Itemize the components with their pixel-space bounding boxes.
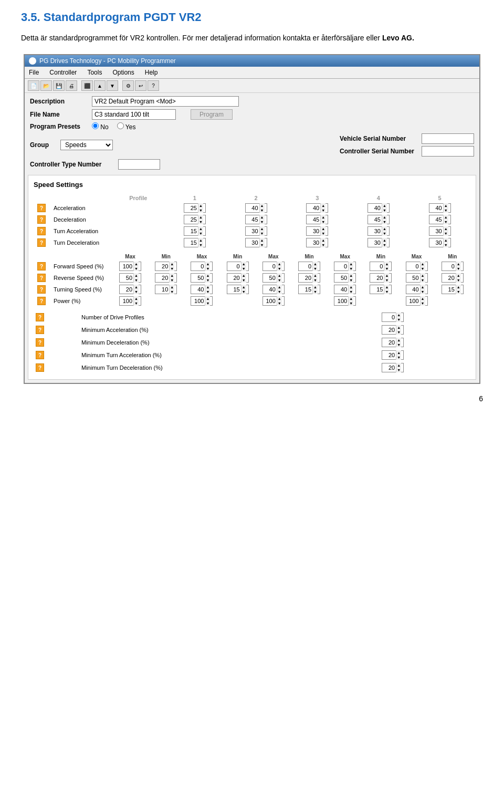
spinner-buttons[interactable]: ▲ ▼ — [443, 203, 448, 213]
spinner-up[interactable]: ▲ — [198, 226, 203, 231]
spinner[interactable]: ▲ ▼ — [429, 238, 451, 247]
spinner-down[interactable]: ▼ — [421, 289, 425, 294]
spinner-input[interactable] — [227, 263, 241, 269]
spinner-buttons[interactable]: ▲ ▼ — [348, 285, 353, 294]
spinner-buttons[interactable]: ▲ ▼ — [420, 273, 425, 283]
spinner-down[interactable]: ▼ — [242, 278, 246, 283]
spinner[interactable]: ▲ ▼ — [245, 226, 267, 236]
spinner[interactable]: ▲ ▼ — [262, 262, 285, 271]
spinner[interactable]: ▲ ▼ — [262, 296, 285, 306]
spinner[interactable]: ▲ ▼ — [306, 226, 328, 236]
spinner-up[interactable]: ▲ — [170, 273, 174, 278]
spinner-up[interactable]: ▲ — [456, 285, 461, 289]
help-btn[interactable]: ? — [37, 274, 46, 282]
spinner-down[interactable]: ▼ — [205, 266, 210, 271]
spinner-down[interactable]: ▼ — [134, 289, 139, 294]
spinner[interactable]: ▲ ▼ — [368, 215, 390, 224]
spinner-input[interactable] — [191, 286, 205, 293]
spinner-down[interactable]: ▼ — [198, 220, 203, 224]
spinner-up[interactable]: ▲ — [242, 262, 246, 266]
spinner-input[interactable] — [307, 216, 320, 223]
spinner-up[interactable]: ▲ — [321, 226, 326, 231]
spinner-input[interactable] — [184, 216, 198, 223]
spinner[interactable]: ▲ ▼ — [406, 296, 428, 306]
spinner[interactable]: ▲ ▼ — [442, 273, 464, 283]
spinner[interactable]: ▲ ▼ — [227, 285, 249, 294]
spinner-buttons[interactable]: ▲ ▼ — [384, 273, 389, 283]
spinner-buttons[interactable]: ▲ ▼ — [259, 226, 265, 236]
spinner-input[interactable] — [246, 216, 259, 223]
spinner-buttons[interactable]: ▲ ▼ — [443, 215, 448, 224]
spinner-down[interactable]: ▼ — [396, 317, 401, 322]
spinner[interactable]: ▲ ▼ — [382, 313, 404, 322]
controller-serial-input[interactable] — [422, 146, 474, 157]
spinner[interactable]: ▲ ▼ — [382, 350, 404, 360]
toolbar-btn-5[interactable]: ⬛ — [81, 80, 93, 91]
spinner-input[interactable] — [184, 240, 198, 246]
spinner-buttons[interactable]: ▲ ▼ — [456, 285, 461, 294]
spinner-up[interactable]: ▲ — [421, 273, 425, 278]
spinner-down[interactable]: ▼ — [349, 301, 353, 306]
spinner[interactable]: ▲ ▼ — [406, 285, 428, 294]
spinner-input[interactable] — [370, 275, 384, 281]
spinner-input[interactable] — [263, 275, 277, 281]
spinner-input[interactable] — [382, 339, 396, 346]
spinner-up[interactable]: ▲ — [421, 262, 425, 266]
spinner-down[interactable]: ▼ — [321, 243, 326, 247]
toolbar-btn-3[interactable]: 💾 — [53, 80, 65, 91]
spinner[interactable]: ▲ ▼ — [184, 226, 206, 236]
toolbar-btn-9[interactable]: ↩ — [135, 80, 146, 91]
spinner-buttons[interactable]: ▲ ▼ — [205, 285, 210, 294]
spinner-input[interactable] — [263, 263, 277, 269]
spinner-buttons[interactable]: ▲ ▼ — [205, 273, 210, 283]
spinner[interactable]: ▲ ▼ — [370, 285, 392, 294]
spinner-down[interactable]: ▼ — [313, 266, 318, 271]
spinner[interactable]: ▲ ▼ — [119, 285, 141, 294]
spinner[interactable]: ▲ ▼ — [191, 273, 213, 283]
spinner[interactable]: ▲ ▼ — [370, 273, 392, 283]
spinner-input[interactable] — [155, 275, 169, 281]
spinner-up[interactable]: ▲ — [349, 296, 353, 301]
spinner-buttons[interactable]: ▲ ▼ — [456, 262, 461, 271]
presets-yes-radio[interactable] — [117, 122, 124, 129]
spinner-up[interactable]: ▲ — [205, 273, 210, 278]
spinner-up[interactable]: ▲ — [349, 273, 353, 278]
spinner-up[interactable]: ▲ — [198, 215, 203, 220]
spinner[interactable]: ▲ ▼ — [262, 285, 285, 294]
spinner-up[interactable]: ▲ — [134, 273, 139, 278]
spinner[interactable]: ▲ ▼ — [306, 203, 328, 213]
spinner-down[interactable]: ▼ — [277, 301, 282, 306]
controller-type-input[interactable] — [118, 159, 160, 170]
help-btn[interactable]: ? — [37, 285, 46, 294]
spinner-input[interactable] — [307, 228, 320, 234]
help-btn[interactable]: ? — [37, 215, 46, 224]
spinner[interactable]: ▲ ▼ — [119, 273, 141, 283]
spinner-input[interactable] — [227, 286, 241, 293]
spinner-input[interactable] — [263, 298, 277, 304]
spinner-down[interactable]: ▼ — [134, 301, 139, 306]
spinner[interactable]: ▲ ▼ — [184, 215, 206, 224]
spinner[interactable]: ▲ ▼ — [119, 262, 141, 271]
spinner-buttons[interactable]: ▲ ▼ — [348, 273, 353, 283]
spinner-up[interactable]: ▲ — [444, 203, 448, 208]
spinner-buttons[interactable]: ▲ ▼ — [312, 285, 318, 294]
spinner-input[interactable] — [429, 228, 443, 234]
spinner-buttons[interactable]: ▲ ▼ — [133, 262, 139, 271]
spinner-input[interactable] — [184, 228, 198, 234]
spinner[interactable]: ▲ ▼ — [334, 296, 356, 306]
spinner-input[interactable] — [191, 275, 205, 281]
spinner-input[interactable] — [370, 263, 384, 269]
spinner-buttons[interactable]: ▲ ▼ — [320, 238, 326, 247]
spinner-input[interactable] — [246, 205, 259, 211]
filename-input[interactable] — [92, 109, 176, 120]
spinner-up[interactable]: ▲ — [349, 262, 353, 266]
spinner-up[interactable]: ▲ — [396, 325, 401, 330]
spinner[interactable]: ▲ ▼ — [306, 238, 328, 247]
help-btn[interactable]: ? — [37, 227, 46, 235]
help-btn[interactable]: ? — [36, 363, 44, 372]
spinner-buttons[interactable]: ▲ ▼ — [456, 273, 461, 283]
spinner[interactable]: ▲ ▼ — [298, 262, 320, 271]
toolbar-btn-6[interactable]: ▲ — [94, 80, 106, 91]
spinner-buttons[interactable]: ▲ ▼ — [133, 273, 139, 283]
spinner-up[interactable]: ▲ — [384, 262, 389, 266]
